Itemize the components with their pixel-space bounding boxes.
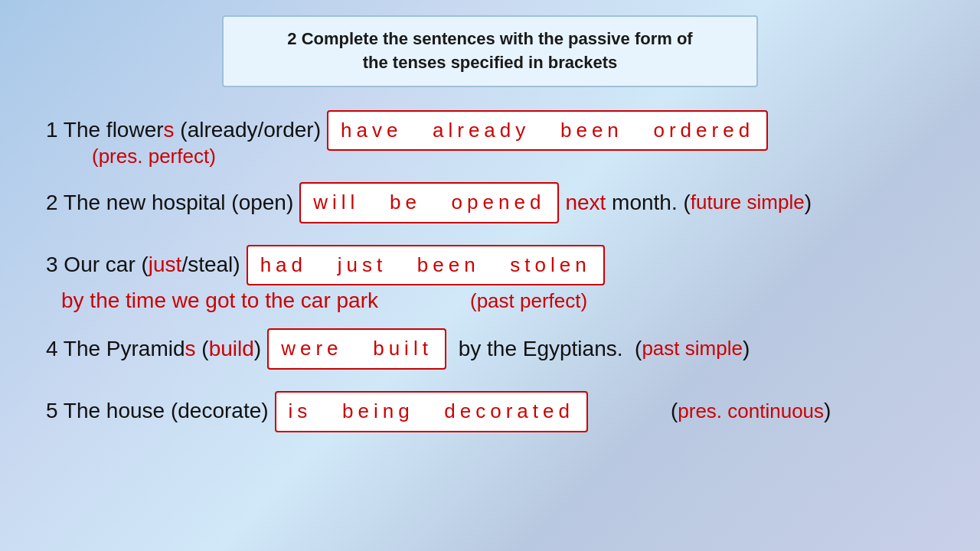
s4-answer: were built [281, 333, 433, 365]
sentence-5: 5 The house (decorate) is being decorate… [46, 391, 934, 432]
s4-answer-box: were built [267, 328, 446, 370]
s5-tense-paren-close: ) [824, 394, 831, 429]
s2-text: 2 The new hospital (open) [46, 186, 293, 220]
title-text: 2 Complete the sentences with the passiv… [247, 28, 733, 75]
s5-tense-paren-open: ( [671, 394, 678, 429]
s4-tense: past simple [642, 333, 743, 365]
s4-red-s: s [185, 332, 196, 367]
main-container: 2 Complete the sentences with the passiv… [0, 0, 980, 551]
s4-text: 4 The Pyramid [46, 332, 185, 367]
s3-extra: by the time we got to the car park [61, 289, 378, 313]
title-line1: 2 Complete the sentences with the passiv… [287, 29, 692, 48]
s2-paren: ) [805, 186, 812, 220]
sentence-3: 3 Our car (just/steal) had just been sto… [46, 245, 934, 286]
s3-subline: by the time we got to the car park (past… [46, 289, 934, 313]
s1-answer-box: have already been ordered [327, 110, 768, 152]
s1-answer: have already been ordered [341, 115, 754, 147]
s2-next: next [565, 186, 606, 220]
s5-text: 5 The house (decorate) [46, 394, 269, 429]
s2-suffix: month. ( [606, 186, 690, 220]
s4-build: build [209, 332, 254, 367]
s2-answer-box: will be opened [299, 182, 559, 223]
s4-text2: ( [196, 332, 209, 367]
s4-tense-paren-open: ( [635, 332, 642, 367]
title-line2: the tenses specified in brackets [363, 53, 618, 72]
s4-suffix: by the Egyptians. [452, 332, 635, 367]
s3-just: just [149, 248, 182, 282]
sentences-container: 1 The flowers (already/order) have alrea… [31, 110, 949, 432]
s1-red-s: s [164, 113, 175, 148]
s3-answer-box: had just been stolen [247, 245, 605, 286]
s4-tense-paren-close: ) [743, 332, 750, 367]
s3-answer: had just been stolen [260, 249, 591, 282]
sentence-4: 4 The Pyramids (build) were built by the… [46, 328, 934, 370]
s5-answer-box: is being decorated [275, 391, 588, 432]
s4-paren: ) [254, 332, 261, 367]
s1-text: 1 The flower [46, 113, 164, 148]
s1-tense: (pres. perfect) [92, 145, 216, 168]
s2-answer: will be opened [313, 187, 545, 219]
s3-text2: /steal) [181, 248, 240, 282]
title-box: 2 Complete the sentences with the passiv… [222, 15, 758, 87]
s3-text: 3 Our car ( [46, 248, 149, 282]
s5-answer: is being decorated [289, 396, 574, 428]
sentence-2: 2 The new hospital (open) will be opened… [46, 182, 934, 223]
s3-tense: (past perfect) [470, 289, 587, 313]
s5-tense: pres. continuous [678, 396, 824, 428]
s1-text2: (already/order) [175, 113, 321, 148]
s2-tense: future simple [691, 187, 805, 219]
